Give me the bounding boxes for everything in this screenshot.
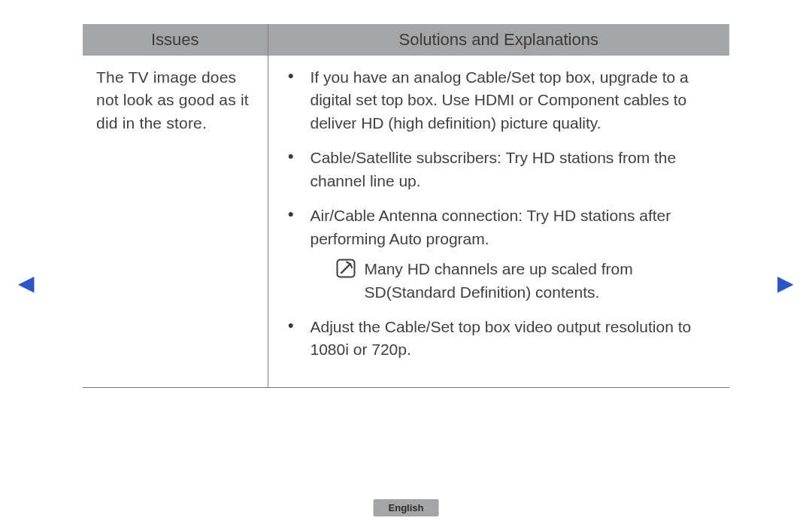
- header-issues: Issues: [83, 24, 268, 56]
- solution-bullet: Adjust the Cable/Set top box video outpu…: [285, 316, 717, 362]
- note-text: Many HD channels are up scaled from SD(S…: [365, 258, 717, 304]
- table-row: The TV image does not look as good as it…: [83, 56, 729, 387]
- troubleshooting-table: Issues Solutions and Explanations The TV…: [83, 24, 729, 388]
- solution-bullet: Air/Cable Antenna connection: Try HD sta…: [285, 204, 717, 304]
- prev-page-arrow[interactable]: ◀: [18, 271, 35, 295]
- note-block: Many HD channels are up scaled from SD(S…: [311, 258, 717, 304]
- language-badge: English: [374, 499, 439, 516]
- solution-cell: If you have an analog Cable/Set top box,…: [268, 56, 729, 387]
- solution-bullet-text: Air/Cable Antenna connection: Try HD sta…: [311, 207, 671, 247]
- issue-cell: The TV image does not look as good as it…: [83, 56, 268, 387]
- next-page-arrow[interactable]: ▶: [777, 271, 794, 295]
- svg-line-1: [341, 264, 350, 273]
- header-solutions: Solutions and Explanations: [268, 24, 729, 56]
- solution-bullet: If you have an analog Cable/Set top box,…: [285, 66, 717, 135]
- table-header-row: Issues Solutions and Explanations: [83, 24, 729, 56]
- note-icon: [336, 259, 356, 278]
- solution-bullet: Cable/Satellite subscribers: Try HD stat…: [285, 147, 717, 192]
